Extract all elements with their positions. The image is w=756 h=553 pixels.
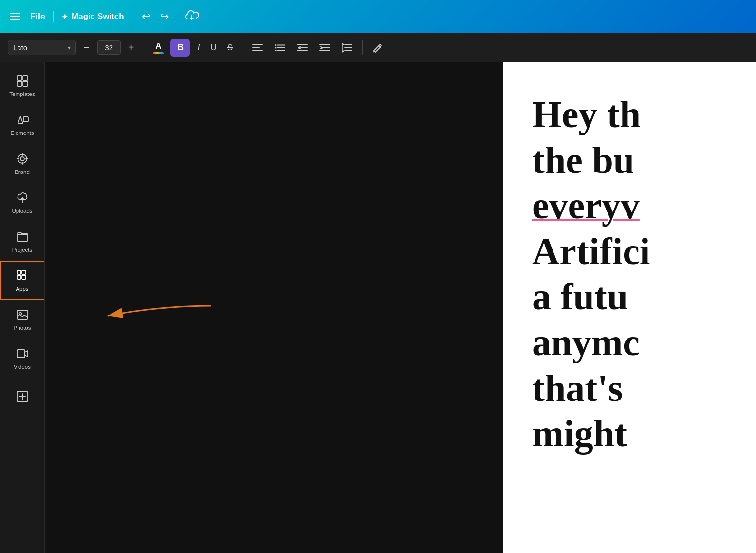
header-divider-2 xyxy=(177,11,177,22)
apps-label: Apps xyxy=(16,286,28,292)
magic-switch-button[interactable]: ✦ Magic Switch xyxy=(61,12,124,21)
menu-button[interactable] xyxy=(8,11,22,22)
doc-text-line-4: Artifici xyxy=(532,229,732,274)
indent-increase-button[interactable] xyxy=(315,40,334,55)
toolbar-divider-1 xyxy=(144,40,144,55)
header-divider-1 xyxy=(53,11,54,22)
toolbar-divider-3 xyxy=(362,40,363,55)
elements-icon xyxy=(16,114,29,128)
formatting-toolbar: Lato ▾ − 32 + A B I U S xyxy=(0,33,756,62)
font-dropdown-icon: ▾ xyxy=(68,44,71,51)
indent-decrease-button[interactable] xyxy=(293,40,312,55)
svg-point-5 xyxy=(275,47,277,48)
strikethrough-button[interactable]: S xyxy=(224,40,236,55)
doc-text-line-6: anymc xyxy=(532,320,732,365)
align-left-button[interactable] xyxy=(248,40,267,55)
undo-button[interactable]: ↩ xyxy=(140,8,152,25)
sidebar-item-uploads[interactable]: Uploads xyxy=(0,183,45,222)
file-button[interactable]: File xyxy=(30,12,45,22)
more-icon xyxy=(16,390,29,405)
doc-text-line-7: that's xyxy=(532,365,732,411)
font-size-decrease-button[interactable]: − xyxy=(80,39,93,56)
templates-label: Templates xyxy=(9,91,35,97)
elements-label: Elements xyxy=(11,130,34,136)
videos-label: Videos xyxy=(14,364,31,370)
sidebar-item-elements[interactable]: Elements xyxy=(0,105,45,144)
svg-rect-36 xyxy=(22,275,26,279)
font-selector[interactable]: Lato ▾ xyxy=(8,40,76,55)
brand-label: Brand xyxy=(15,169,30,175)
svg-rect-34 xyxy=(22,270,26,274)
cloud-save-button[interactable] xyxy=(183,8,201,26)
bold-button[interactable]: B xyxy=(170,39,190,57)
magic-switch-label: Magic Switch xyxy=(72,12,124,21)
svg-point-3 xyxy=(275,44,277,46)
templates-icon xyxy=(16,75,29,89)
svg-rect-24 xyxy=(23,117,28,122)
paint-format-button[interactable] xyxy=(369,39,387,56)
sidebar-item-templates[interactable]: Templates xyxy=(0,66,45,105)
doc-text-line-3: everyv xyxy=(532,183,732,229)
sidebar-item-brand[interactable]: Brand xyxy=(0,144,45,183)
header-bar: File ✦ Magic Switch ↩ ↪ xyxy=(0,0,756,33)
projects-icon xyxy=(16,230,29,245)
videos-icon xyxy=(16,347,29,362)
canvas-area[interactable]: Hey th the bu everyv Artifici a futu any… xyxy=(45,62,756,553)
svg-rect-20 xyxy=(17,76,22,80)
document-preview: Hey th the bu everyv Artifici a futu any… xyxy=(503,62,756,553)
doc-text-line-1: Hey th xyxy=(532,92,732,137)
photos-icon xyxy=(16,308,29,323)
brand-icon xyxy=(16,153,29,167)
svg-rect-35 xyxy=(17,275,21,279)
bullet-list-button[interactable] xyxy=(271,40,289,55)
sidebar-item-apps[interactable]: Apps xyxy=(0,261,45,300)
font-color-button[interactable]: A xyxy=(150,39,166,56)
svg-rect-22 xyxy=(17,81,22,86)
sidebar-item-photos[interactable]: Photos xyxy=(0,300,45,339)
projects-label: Projects xyxy=(12,247,33,253)
sidebar-item-videos[interactable]: Videos xyxy=(0,339,45,378)
sidebar-item-projects[interactable]: Projects xyxy=(0,222,45,261)
doc-text-line-8: might xyxy=(532,411,732,457)
header-actions: ↩ ↪ xyxy=(140,8,201,26)
font-size-display: 32 xyxy=(97,40,121,55)
arrow-annotation xyxy=(84,296,210,345)
svg-rect-39 xyxy=(17,350,25,358)
svg-rect-23 xyxy=(23,81,28,86)
svg-rect-33 xyxy=(17,270,21,274)
svg-rect-37 xyxy=(17,310,28,319)
font-name-label: Lato xyxy=(13,43,65,52)
svg-point-7 xyxy=(275,50,277,51)
sidebar: Templates Elements xyxy=(0,62,45,553)
main-area: Templates Elements xyxy=(0,62,756,553)
toolbar-divider-2 xyxy=(242,40,242,55)
svg-rect-21 xyxy=(23,76,28,80)
font-size-increase-button[interactable]: + xyxy=(125,39,138,56)
apps-icon xyxy=(16,269,29,284)
redo-button[interactable]: ↪ xyxy=(158,8,171,25)
underline-button[interactable]: U xyxy=(207,40,220,55)
doc-text-line-2: the bu xyxy=(532,137,732,183)
uploads-icon xyxy=(16,191,29,206)
font-color-bar xyxy=(153,52,164,54)
sidebar-item-more[interactable] xyxy=(0,378,45,417)
photos-label: Photos xyxy=(14,325,31,331)
doc-text-line-5: a futu xyxy=(532,274,732,320)
line-height-button[interactable] xyxy=(338,40,356,56)
italic-button[interactable]: I xyxy=(194,40,203,55)
magic-switch-icon: ✦ xyxy=(61,12,68,21)
uploads-label: Uploads xyxy=(12,208,32,214)
svg-point-27 xyxy=(20,157,24,161)
font-color-letter: A xyxy=(155,41,161,51)
